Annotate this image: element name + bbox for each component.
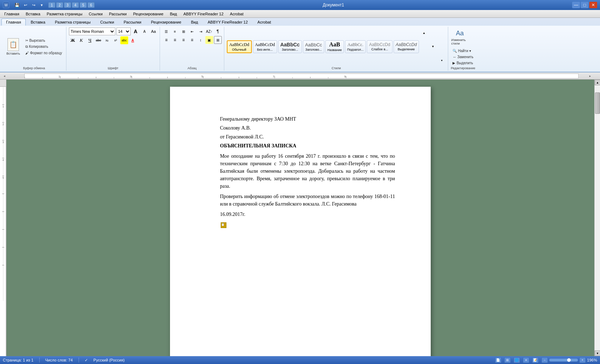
style-title-btn[interactable]: AaB Название bbox=[325, 40, 344, 53]
sort-btn[interactable]: AZ↑ bbox=[205, 27, 213, 35]
styles-scroll-up-btn[interactable]: ▲ bbox=[420, 29, 428, 37]
font-row2: Ж К Ч abe x₂ x² abc A bbox=[69, 36, 137, 44]
qa-save-btn[interactable]: 💾 bbox=[14, 2, 21, 8]
ribbon-tab-acrobat[interactable]: Acrobat bbox=[253, 19, 276, 26]
ribbon-tab-home[interactable]: Главная bbox=[1, 19, 26, 26]
scroll-down-arrow[interactable]: ▼ bbox=[595, 350, 600, 356]
menu-insert[interactable]: Вставка bbox=[23, 11, 43, 17]
svg-text:4: 4 bbox=[2, 159, 4, 161]
style-heading2-btn[interactable]: AaBbCc Заголово... bbox=[303, 40, 324, 53]
menu-page-layout[interactable]: Разметка страницы bbox=[44, 11, 85, 17]
menu-mailings[interactable]: Рассылки bbox=[106, 11, 129, 17]
italic-button[interactable]: К bbox=[78, 36, 85, 44]
spell-check-icon[interactable]: ✓ bbox=[85, 358, 88, 363]
show-marks-btn[interactable]: ¶ bbox=[214, 27, 222, 35]
document-content[interactable]: Генеральному директору ЗАО МНТ Соколову … bbox=[220, 115, 395, 228]
clear-format-btn[interactable]: Aa bbox=[150, 27, 158, 35]
paste-button[interactable]: 📋 Вставить bbox=[4, 36, 22, 57]
subscript-button[interactable]: x₂ bbox=[103, 36, 111, 44]
close-btn[interactable]: ✕ bbox=[589, 2, 597, 8]
tab-5[interactable]: 5 bbox=[80, 2, 87, 8]
maximize-btn[interactable]: □ bbox=[581, 2, 589, 8]
zoom-out-btn[interactable]: − bbox=[541, 357, 548, 363]
scroll-track[interactable] bbox=[595, 85, 600, 350]
menu-home[interactable]: Главная bbox=[1, 11, 22, 17]
increase-indent-btn[interactable]: ⇥ bbox=[197, 27, 205, 35]
view-outline-btn[interactable]: ≡ bbox=[523, 357, 529, 363]
bullet-list-btn[interactable]: ☰ bbox=[162, 27, 170, 35]
replace-button[interactable]: ↔ Заменить bbox=[451, 54, 475, 60]
superscript-button[interactable]: x² bbox=[112, 36, 120, 44]
zoom-thumb[interactable] bbox=[567, 358, 571, 362]
document-area[interactable]: Генеральному директору ЗАО МНТ Соколову … bbox=[6, 80, 594, 356]
word-icon[interactable]: W bbox=[3, 2, 9, 8]
find-button[interactable]: 🔍 Найти ▾ bbox=[451, 48, 473, 54]
vertical-ruler: 1 2 3 4 5 bbox=[0, 80, 6, 356]
scroll-up-arrow[interactable]: ▲ bbox=[595, 80, 600, 85]
align-right-btn[interactable]: ≡ bbox=[180, 36, 188, 44]
qa-redo-btn[interactable]: ↪ bbox=[30, 2, 37, 8]
tab-1[interactable]: 1 bbox=[48, 2, 55, 8]
style-no-spacing-btn[interactable]: AaBbCcDd Без инте... bbox=[253, 40, 277, 53]
menu-abbyy[interactable]: ABBYY FineReader 12 bbox=[181, 11, 226, 17]
qa-undo-btn[interactable]: ↩ bbox=[22, 2, 29, 8]
multilevel-list-btn[interactable]: ⊞ bbox=[180, 27, 188, 35]
view-fullscreen-btn[interactable]: ⊞ bbox=[504, 357, 511, 363]
ribbon-tab-insert[interactable]: Вставка bbox=[26, 19, 50, 26]
ribbon-tab-references[interactable]: Ссылки bbox=[96, 19, 119, 26]
menu-review[interactable]: Рецензирование bbox=[130, 11, 166, 17]
underline-button[interactable]: Ч bbox=[86, 36, 94, 44]
format-painter-button[interactable]: 🖌 Формат по образцу bbox=[24, 50, 64, 56]
font-size-increase-btn[interactable]: A bbox=[132, 27, 140, 35]
styles-expand-btn[interactable]: ▾ bbox=[438, 56, 446, 64]
qa-dropdown-btn[interactable]: ▾ bbox=[38, 2, 45, 8]
view-draft-btn[interactable]: 📝 bbox=[532, 357, 539, 363]
align-left-btn[interactable]: ≡ bbox=[162, 36, 170, 44]
menu-acrobat[interactable]: Acrobat bbox=[227, 11, 246, 17]
align-center-btn[interactable]: ≡ bbox=[171, 36, 179, 44]
border-btn[interactable]: ⊞ bbox=[214, 36, 222, 44]
ribbon-tab-abbyy[interactable]: ABBYY FineReader 12 bbox=[203, 19, 252, 26]
status-right: 📄 ⊞ 🌐 ≡ 📝 − + 196% bbox=[495, 357, 597, 363]
copy-button[interactable]: ⧉ Копировать bbox=[24, 44, 64, 50]
vertical-scrollbar[interactable]: ▲ ▼ bbox=[594, 80, 600, 356]
tab-3[interactable]: 3 bbox=[64, 2, 71, 8]
select-button[interactable]: ▶ Выделить bbox=[451, 60, 475, 66]
zoom-in-btn[interactable]: + bbox=[579, 357, 586, 363]
view-web-btn[interactable]: 🌐 bbox=[514, 357, 520, 363]
shading-btn[interactable]: ▣ bbox=[205, 36, 213, 44]
bold-button[interactable]: Ж bbox=[69, 36, 77, 44]
ribbon-tab-review[interactable]: Рецензирование bbox=[146, 19, 186, 26]
font-size-decrease-btn[interactable]: A bbox=[141, 27, 149, 35]
styles-scroll-down-btn[interactable]: ▼ bbox=[429, 43, 437, 51]
font-name-select[interactable]: Times New Roman bbox=[69, 27, 115, 35]
numbered-list-btn[interactable]: ≡ bbox=[171, 27, 179, 35]
style-emphasis-btn[interactable]: AaBbCcDd Выделение bbox=[394, 40, 419, 53]
scroll-thumb[interactable] bbox=[595, 92, 600, 114]
menu-view[interactable]: Вид bbox=[167, 11, 180, 17]
view-print-btn[interactable]: 📄 bbox=[495, 357, 501, 363]
minimize-btn[interactable]: — bbox=[572, 2, 580, 8]
ribbon-tab-mailings[interactable]: Рассылки bbox=[119, 19, 146, 26]
change-styles-btn[interactable]: Aa Изменить стили bbox=[451, 27, 469, 47]
style-subtle-emph-btn[interactable]: AaBbCcDd Слабое в... bbox=[367, 40, 392, 53]
line-spacing-btn[interactable]: ↕ bbox=[197, 36, 205, 44]
style-heading1-btn[interactable]: AaBbCc Заголово... bbox=[278, 40, 302, 53]
ribbon-tab-page-layout[interactable]: Разметка страницы bbox=[50, 19, 95, 26]
font-size-select[interactable]: 14 bbox=[116, 27, 131, 35]
tab-4[interactable]: 4 bbox=[72, 2, 79, 8]
tab-2[interactable]: 2 bbox=[56, 2, 63, 8]
tab-6[interactable]: 6 bbox=[88, 2, 95, 8]
menu-references[interactable]: Ссылки bbox=[86, 11, 106, 17]
decrease-indent-btn[interactable]: ⇤ bbox=[188, 27, 196, 35]
cut-button[interactable]: ✂ Вырезать bbox=[24, 38, 64, 43]
font-color-btn[interactable]: A bbox=[129, 36, 137, 44]
justify-btn[interactable]: ≡ bbox=[188, 36, 196, 44]
zoom-slider[interactable] bbox=[549, 359, 578, 362]
ribbon-tab-view[interactable]: Вид bbox=[186, 19, 203, 26]
font-label: Шрифт bbox=[108, 66, 119, 70]
style-normal-btn[interactable]: AaBbCcDd Обычный bbox=[227, 40, 252, 53]
style-subtitle-btn[interactable]: AaBbCc. Подзагол... bbox=[345, 40, 366, 53]
strikethrough-button[interactable]: abe bbox=[95, 36, 102, 44]
highlight-color-btn[interactable]: abc bbox=[120, 36, 128, 44]
